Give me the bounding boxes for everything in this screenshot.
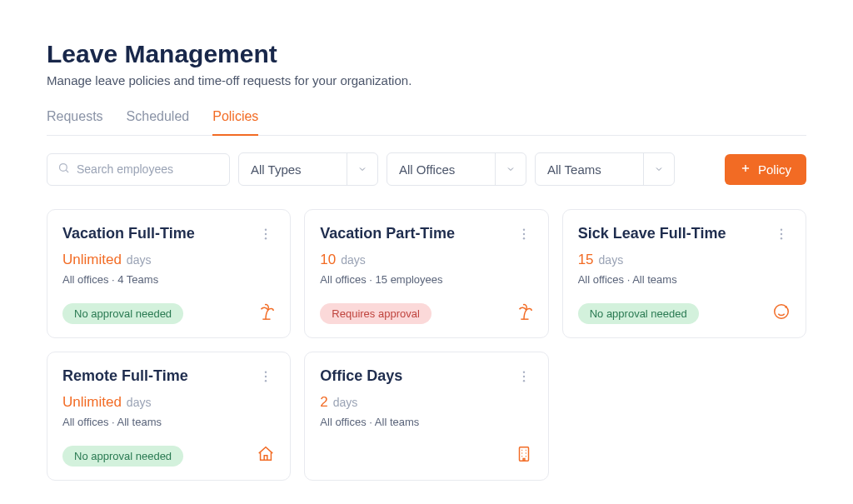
add-policy-label: Policy [758,162,791,177]
palm-icon [257,302,275,324]
policy-amount: 15 [578,252,594,268]
policy-card[interactable]: Office Days 2 days All offices · All tea… [304,352,548,481]
policy-scope: All offices · All teams [578,273,791,286]
add-policy-button[interactable]: Policy [725,154,806,185]
filter-offices-value: All Offices [387,162,495,177]
page-title: Leave Management [47,40,806,68]
policy-unit: days [127,253,152,267]
plus-icon [740,162,751,177]
filter-teams-value: All Teams [536,162,643,177]
policy-title: Vacation Full-Time [62,225,195,242]
building-icon [515,445,533,467]
more-icon[interactable] [515,367,533,389]
policy-scope: All offices · 15 employees [320,273,532,286]
policy-unit: days [127,396,152,409]
filter-types-value: All Types [239,162,347,177]
tab-requests[interactable]: Requests [47,104,103,136]
filter-offices[interactable]: All Offices [387,152,526,186]
policy-unit: days [341,253,366,267]
more-icon[interactable] [257,367,275,389]
policy-card[interactable]: Vacation Full-Time Unlimited days All of… [47,209,291,338]
filter-teams[interactable]: All Teams [535,152,675,186]
policy-unit: days [599,253,624,267]
chevron-down-icon [347,153,377,185]
svg-point-0 [60,163,67,171]
policy-title: Office Days [320,367,402,385]
sick-icon [772,302,791,324]
policy-scope: All offices · All teams [320,416,532,428]
tab-policies[interactable]: Policies [212,104,258,136]
policy-amount: Unlimited [62,252,122,268]
tab-scheduled[interactable]: Scheduled [127,104,190,136]
palm-icon [515,302,533,324]
chevron-down-icon [643,153,674,185]
search-input[interactable] [77,162,219,176]
policy-unit: days [333,396,358,409]
more-icon[interactable] [257,225,275,247]
approval-badge: No approval needed [62,303,183,324]
approval-badge: Requires approval [320,303,431,324]
tabs: Requests Scheduled Policies [47,104,806,136]
policy-scope: All offices · All teams [62,416,275,428]
policy-title: Vacation Part-Time [320,225,455,242]
policy-title: Sick Leave Full-Time [578,225,726,242]
svg-line-1 [66,170,68,172]
policy-amount: Unlimited [62,394,122,411]
policy-card[interactable]: Sick Leave Full-Time 15 days All offices… [562,209,806,338]
more-icon[interactable] [515,225,533,247]
policy-card[interactable]: Vacation Part-Time 10 days All offices ·… [304,209,548,338]
policy-card[interactable]: Remote Full-Time Unlimited days All offi… [47,352,291,481]
search-container [47,153,230,186]
chevron-down-icon [495,153,526,185]
approval-badge: No approval needed [578,303,699,324]
policy-amount: 2 [320,394,327,411]
more-icon[interactable] [772,225,791,247]
policy-scope: All offices · 4 Teams [62,273,275,286]
policy-amount: 10 [320,252,336,268]
page-subtitle: Manage leave policies and time-off reque… [47,73,806,87]
policy-title: Remote Full-Time [62,367,188,385]
home-icon [257,445,275,467]
filter-types[interactable]: All Types [238,152,378,186]
search-icon [57,162,70,177]
approval-badge: No approval needed [62,446,183,467]
